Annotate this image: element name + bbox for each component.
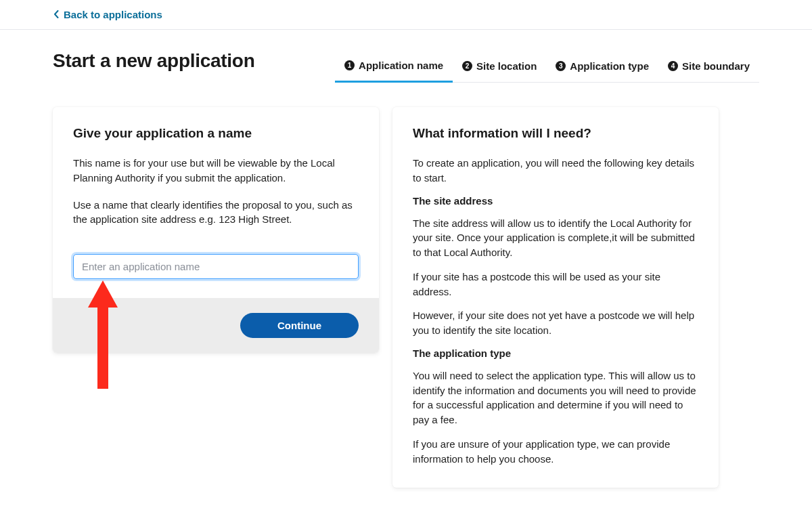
back-link-label: Back to applications: [64, 9, 162, 20]
left-para-1: This name is for your use but will be vi…: [73, 156, 359, 186]
info-text-4: You will need to select the application …: [413, 368, 698, 427]
step-application-name[interactable]: 1 Application name: [335, 53, 453, 83]
application-name-input[interactable]: [73, 254, 359, 279]
step-number-icon: 4: [668, 61, 678, 71]
progress-steps: 1 Application name 2 Site location 3 App…: [335, 53, 759, 83]
info-text-1: The site address will allow us to identi…: [413, 216, 698, 260]
step-label: Site boundary: [682, 60, 750, 72]
step-label: Application name: [359, 60, 443, 71]
info-card: What information will I need? To create …: [392, 107, 719, 488]
step-label: Application type: [570, 60, 649, 72]
step-number-icon: 3: [556, 61, 566, 71]
info-text-3: However, if your site does not yet have …: [413, 308, 698, 338]
step-label: Site location: [476, 60, 537, 72]
step-application-type[interactable]: 3 Application type: [546, 53, 658, 82]
step-site-location[interactable]: 2 Site location: [453, 53, 546, 82]
step-number-icon: 2: [462, 61, 472, 71]
chevron-left-icon: [53, 9, 60, 20]
info-sub-site-address: The site address: [413, 195, 698, 207]
page-title: Start a new application: [53, 50, 255, 72]
step-number-icon: 1: [344, 60, 355, 70]
application-name-card: Give your application a name This name i…: [53, 107, 379, 353]
left-card-title: Give your application a name: [73, 126, 359, 141]
info-text-5: If you are unsure of your application ty…: [413, 437, 698, 467]
info-intro: To create an application, you will need …: [413, 156, 698, 186]
left-para-2: Use a name that clearly identifies the p…: [73, 198, 359, 228]
back-to-applications-link[interactable]: Back to applications: [53, 9, 162, 20]
right-card-title: What information will I need?: [413, 126, 698, 141]
info-text-2: If your site has a postcode this will be…: [413, 270, 698, 299]
info-sub-application-type: The application type: [413, 347, 698, 359]
step-site-boundary[interactable]: 4 Site boundary: [658, 53, 759, 82]
continue-button[interactable]: Continue: [240, 313, 359, 338]
